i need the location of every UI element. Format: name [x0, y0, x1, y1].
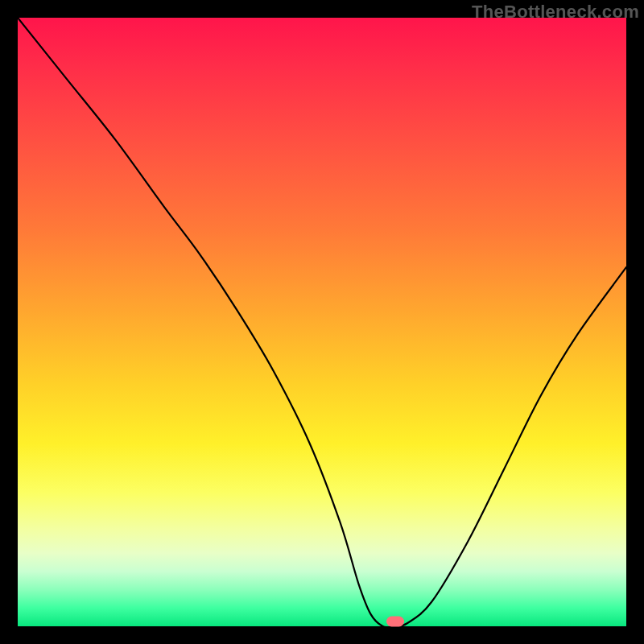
watermark-text: TheBottleneck.com [472, 2, 639, 23]
plot-area [18, 18, 626, 626]
bottleneck-curve [18, 18, 626, 626]
optimal-point-marker [386, 617, 404, 627]
chart-frame: TheBottleneck.com [0, 0, 644, 644]
